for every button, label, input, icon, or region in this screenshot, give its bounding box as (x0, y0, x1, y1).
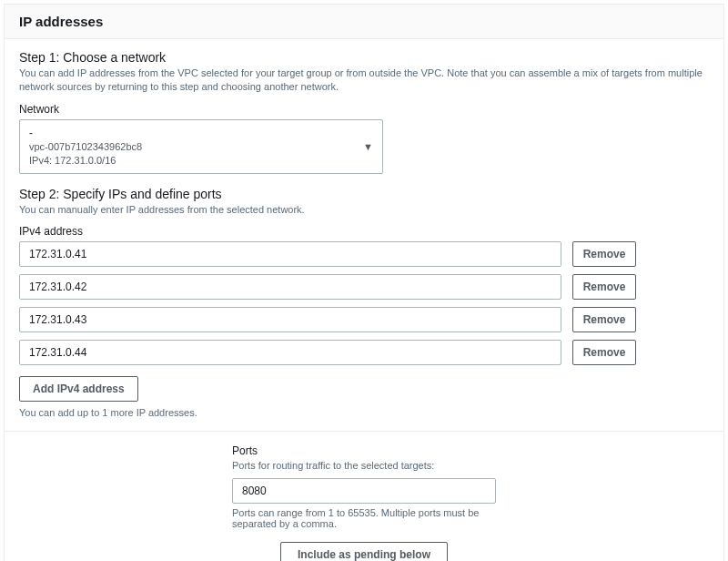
step1-title: Step 1: Choose a network (19, 50, 709, 65)
ports-section: Ports Ports for routing traffic to the s… (5, 432, 723, 536)
ip-input-4[interactable] (19, 340, 561, 365)
ports-input[interactable] (232, 478, 496, 504)
ip-row: Remove (19, 274, 709, 300)
ip-rows: Remove Remove Remove Remove (19, 241, 709, 365)
page-title: IP addresses (19, 14, 709, 29)
network-select-value: - vpc-007b7102343962bc8 IPv4: 172.31.0.0… (29, 126, 142, 168)
step1-section: Step 1: Choose a network You can add IP … (5, 39, 723, 187)
ip-addresses-card: IP addresses Step 1: Choose a network Yo… (4, 4, 724, 561)
step1-desc: You can add IP addresses from the VPC se… (19, 66, 709, 94)
ports-desc: Ports for routing traffic to the selecte… (232, 459, 496, 473)
network-cidr: IPv4: 172.31.0.0/16 (29, 154, 142, 168)
ip-row: Remove (19, 241, 709, 267)
network-vpc: vpc-007b7102343962bc8 (29, 140, 142, 154)
ports-title: Ports (232, 444, 496, 457)
step2-desc: You can manually enter IP addresses from… (19, 203, 709, 217)
caret-down-icon: ▼ (363, 141, 373, 152)
remove-button[interactable]: Remove (572, 307, 636, 332)
network-dash: - (29, 126, 142, 140)
ip-input-2[interactable] (19, 274, 561, 300)
include-block: Include as pending below 1 selection is … (5, 536, 723, 561)
network-select[interactable]: - vpc-007b7102343962bc8 IPv4: 172.31.0.0… (19, 119, 383, 174)
include-pending-button[interactable]: Include as pending below (280, 542, 448, 561)
remove-button[interactable]: Remove (572, 241, 636, 267)
card-header: IP addresses (5, 5, 723, 39)
step2-section: Step 2: Specify IPs and define ports You… (5, 187, 723, 432)
ports-hint: Ports can range from 1 to 65535. Multipl… (232, 507, 496, 529)
ports-inner: Ports Ports for routing traffic to the s… (232, 444, 496, 529)
ip-row: Remove (19, 307, 709, 332)
ip-input-1[interactable] (19, 241, 561, 267)
remove-button[interactable]: Remove (572, 274, 636, 300)
ip-limit-hint: You can add up to 1 more IP addresses. (19, 407, 709, 418)
network-label: Network (19, 103, 709, 116)
add-ipv4-button[interactable]: Add IPv4 address (19, 376, 138, 402)
step2-title: Step 2: Specify IPs and define ports (19, 187, 709, 201)
ip-input-3[interactable] (19, 307, 561, 332)
ip-row: Remove (19, 340, 709, 365)
remove-button[interactable]: Remove (572, 340, 636, 365)
ipv4-label: IPv4 address (19, 225, 709, 238)
